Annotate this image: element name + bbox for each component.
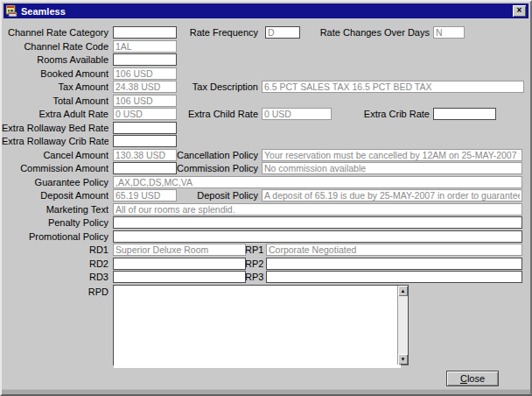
commission-amount-label: Commission Amount <box>2 163 108 174</box>
rate-changes-over-days-label: Rate Changes Over Days <box>312 27 430 39</box>
total-amount-field[interactable] <box>113 95 177 107</box>
cancel-amount-field[interactable] <box>113 149 177 161</box>
rp1-label: RP1 <box>245 244 263 256</box>
tax-amount-field[interactable] <box>113 81 177 93</box>
promotional-policy-label: Promotional Policy <box>2 231 108 243</box>
deposit-policy-field[interactable] <box>262 189 522 202</box>
tax-description-field[interactable] <box>262 81 524 93</box>
rate-frequency-field[interactable] <box>265 26 300 39</box>
rp1-field[interactable] <box>266 244 522 256</box>
penalty-policy-field[interactable] <box>113 216 522 229</box>
booked-amount-field[interactable] <box>113 67 177 80</box>
seamless-dialog: Seamless × Channel Rate Category Channel… <box>0 0 532 396</box>
close-button-label: Close <box>447 372 498 385</box>
extra-crib-rate-field[interactable] <box>433 108 496 120</box>
booked-amount-label: Booked Amount <box>2 68 108 80</box>
extra-child-rate-field[interactable] <box>262 108 332 120</box>
extra-rollaway-crib-rate-label: Extra Rollaway Crib Rate <box>2 136 108 147</box>
app-icon <box>6 5 18 17</box>
window-bottom-frame <box>2 389 530 394</box>
channel-rate-category-label: Channel Rate Category <box>2 27 108 39</box>
rpd-scrollbar[interactable]: ▲ ▼ <box>397 286 408 364</box>
rp3-label: RP3 <box>245 272 263 283</box>
rd3-label: RD3 <box>2 272 108 283</box>
cancel-amount-label: Cancel Amount <box>2 150 108 161</box>
total-amount-label: Total Amount <box>2 95 108 107</box>
extra-rollaway-bed-rate-field[interactable] <box>113 122 177 134</box>
rd3-field[interactable] <box>113 271 246 283</box>
promotional-policy-field[interactable] <box>113 230 522 243</box>
window-close-icon[interactable]: × <box>513 5 526 17</box>
marketing-text-label: Marketing Text <box>2 204 108 216</box>
title-bar[interactable]: Seamless × <box>4 4 528 18</box>
commission-policy-field[interactable] <box>262 162 522 174</box>
rpd-field-container: ▲ ▼ <box>113 285 409 365</box>
channel-rate-category-field[interactable] <box>113 26 177 39</box>
guarantee-policy-label: Guarantee Policy <box>2 177 108 188</box>
channel-rate-code-label: Channel Rate Code <box>2 41 108 53</box>
commission-amount-field[interactable] <box>113 162 177 174</box>
rp3-field[interactable] <box>266 271 522 283</box>
close-button[interactable]: Close <box>446 371 499 386</box>
extra-rollaway-bed-rate-label: Extra Rollaway Bed Rate <box>2 123 108 134</box>
rp2-field[interactable] <box>266 258 522 270</box>
penalty-policy-label: Penalty Policy <box>2 217 108 229</box>
tax-amount-label: Tax Amount <box>2 81 108 93</box>
rooms-available-field[interactable] <box>113 53 177 66</box>
rd1-field[interactable] <box>113 244 246 256</box>
cancellation-policy-field[interactable] <box>262 149 522 161</box>
guarantee-policy-field[interactable] <box>113 176 522 188</box>
channel-rate-code-field[interactable] <box>113 40 177 53</box>
deposit-amount-field[interactable] <box>113 189 177 202</box>
rpd-field[interactable] <box>114 286 401 368</box>
window-title: Seamless <box>21 6 66 17</box>
extra-adult-rate-label: Extra Adult Rate <box>2 109 108 120</box>
extra-rollaway-crib-rate-field[interactable] <box>113 135 177 147</box>
scroll-up-icon[interactable]: ▲ <box>398 286 408 296</box>
deposit-amount-label: Deposit Amount <box>2 190 108 202</box>
scroll-down-icon[interactable]: ▼ <box>398 354 408 364</box>
rp2-label: RP2 <box>245 258 263 270</box>
rd1-label: RD1 <box>2 244 108 256</box>
rpd-label: RPD <box>2 286 108 298</box>
rooms-available-label: Rooms Available <box>2 54 108 66</box>
rate-changes-over-days-field[interactable] <box>433 26 465 39</box>
rd2-field[interactable] <box>113 258 246 270</box>
extra-adult-rate-field[interactable] <box>113 108 177 120</box>
rd2-label: RD2 <box>2 258 108 270</box>
marketing-text-field[interactable] <box>113 203 522 216</box>
